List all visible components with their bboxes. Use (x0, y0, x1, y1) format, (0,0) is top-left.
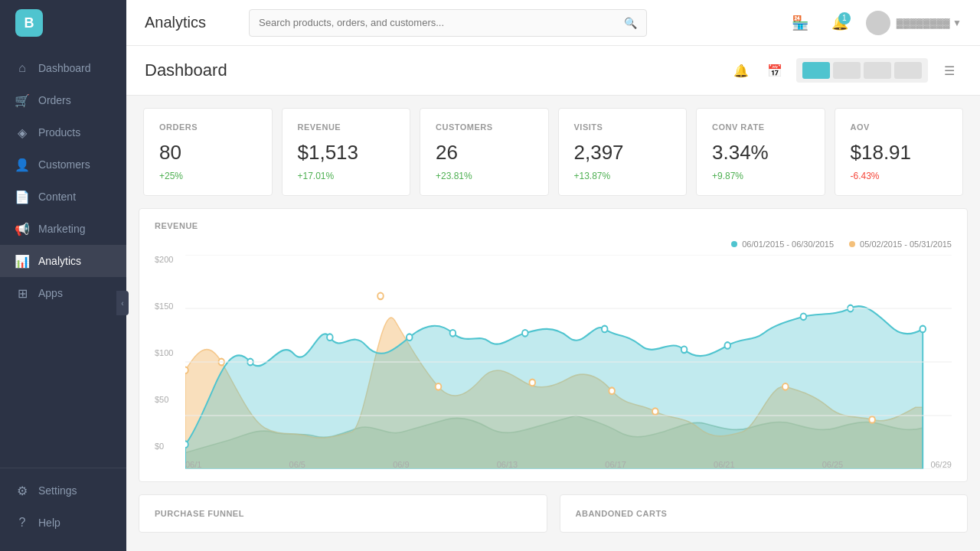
bottom-card-title-purchase-funnel: PURCHASE FUNNEL (155, 509, 531, 518)
settings-icon: ⚙ (15, 484, 29, 497)
xaxis-label: 06/29 (930, 460, 952, 469)
sidebar-item-orders[interactable]: 🛒 Orders (0, 84, 126, 116)
avatar (866, 11, 890, 35)
sidebar-nav: ⌂ Dashboard 🛒 Orders ◈ Products 👤 Custom… (0, 46, 126, 468)
stat-change-visits: +13.87% (574, 171, 671, 181)
marketing-icon: 📢 (15, 222, 29, 236)
sidebar-item-analytics[interactable]: 📊 Analytics (0, 245, 126, 277)
legend-item: 06/01/2015 - 06/30/2015 (731, 240, 834, 249)
stat-label-revenue: REVENUE (298, 122, 395, 132)
customers-icon: 👤 (15, 158, 29, 171)
date-seg-2[interactable] (833, 62, 861, 79)
stat-value-conv_rate: 3.34% (712, 141, 809, 165)
sidebar-bottom: ⚙ Settings ? Help (0, 468, 126, 551)
stat-label-orders: ORDERS (159, 122, 256, 132)
date-seg-4[interactable] (894, 62, 922, 79)
sidebar-label-products: Products (38, 126, 80, 139)
sidebar-item-help[interactable]: ? Help (0, 507, 126, 539)
svg-point-0 (182, 441, 188, 448)
svg-point-7 (681, 347, 688, 354)
stat-label-aov: AOV (851, 122, 948, 132)
svg-point-6 (602, 326, 608, 333)
sidebar-label-settings: Settings (38, 484, 77, 497)
xaxis-label: 06/13 (497, 460, 518, 469)
sidebar-label-help: Help (38, 517, 60, 529)
sidebar-item-content[interactable]: 📄 Content (0, 181, 126, 213)
xaxis-label: 06/1 (185, 460, 201, 469)
sidebar-label-content: Content (38, 191, 76, 203)
stats-row: ORDERS 80 +25% REVENUE $1,513 +17.01% CU… (126, 96, 980, 208)
sidebar-label-customers: Customers (38, 158, 90, 171)
date-range-selector[interactable] (796, 58, 928, 83)
svg-point-14 (377, 293, 384, 300)
logo[interactable]: B (0, 0, 126, 46)
stat-change-conv_rate: +9.87% (712, 171, 809, 181)
yaxis-label: $100 (155, 348, 173, 357)
stat-card-conv_rate: CONV RATE 3.34% +9.87% (696, 108, 825, 196)
sidebar-label-marketing: Marketing (38, 223, 85, 235)
search-input[interactable] (259, 17, 624, 28)
stat-change-revenue: +17.01% (298, 171, 395, 181)
stat-change-aov: -6.43% (851, 171, 948, 181)
notification-badge: 1 (838, 12, 851, 24)
stat-card-customers: CUSTOMERS 26 +23.81% (420, 108, 549, 196)
stat-card-visits: VISITS 2,397 +13.87% (558, 108, 688, 196)
stat-card-revenue: REVENUE $1,513 +17.01% (282, 108, 411, 196)
svg-point-15 (436, 383, 442, 390)
store-icon[interactable]: 🏪 (786, 9, 814, 37)
xaxis-label: 06/17 (605, 460, 626, 469)
date-seg-3[interactable] (864, 62, 891, 79)
svg-point-12 (182, 367, 188, 373)
svg-point-2 (327, 334, 333, 341)
page-title: Analytics (145, 14, 237, 31)
stat-value-customers: 26 (436, 141, 533, 165)
svg-point-9 (801, 313, 807, 320)
stat-value-aov: $18.91 (851, 141, 948, 165)
svg-point-16 (530, 380, 536, 386)
search-bar[interactable]: 🔍 (249, 9, 647, 37)
sidebar-item-customers[interactable]: 👤 Customers (0, 148, 126, 181)
legend-label: 06/01/2015 - 06/30/2015 (742, 240, 834, 249)
revenue-chart-section: REVENUE 06/01/2015 - 06/30/2015 05/02/20… (139, 208, 968, 482)
bottom-card-purchase-funnel: PURCHASE FUNNEL (139, 494, 547, 533)
chart-yaxis: $200$150$100$50$0 (155, 255, 173, 451)
sidebar-item-apps[interactable]: ⊞ Apps (0, 277, 126, 309)
dashboard-icon: ⌂ (15, 61, 29, 75)
svg-point-18 (652, 408, 658, 415)
menu-icon[interactable]: ☰ (937, 58, 962, 83)
chart-legend: 06/01/2015 - 06/30/2015 05/02/2015 - 05/… (155, 240, 952, 249)
yaxis-label: $0 (155, 442, 173, 451)
logo-icon: B (15, 9, 43, 37)
dashboard-actions: 🔔 📅 ☰ (729, 58, 962, 83)
bottom-card-abandoned-carts: ABANDONED CARTS (560, 494, 969, 533)
notifications-button[interactable]: 🔔 1 (826, 9, 854, 37)
header: Analytics 🔍 🏪 🔔 1 ▓▓▓▓▓▓▓▓ ▼ (126, 0, 980, 46)
content-icon: 📄 (15, 190, 29, 204)
yaxis-label: $50 (155, 395, 173, 404)
chart-area: $200$150$100$50$0 (155, 255, 952, 469)
header-actions: 🏪 🔔 1 ▓▓▓▓▓▓▓▓ ▼ (786, 9, 962, 37)
sidebar-item-marketing[interactable]: 📢 Marketing (0, 213, 126, 245)
xaxis-label: 06/21 (714, 460, 735, 469)
sidebar-label-dashboard: Dashboard (38, 62, 91, 74)
help-icon: ? (15, 516, 29, 530)
orders-icon: 🛒 (15, 93, 29, 107)
user-menu-button[interactable]: ▓▓▓▓▓▓▓▓ ▼ (866, 11, 962, 35)
calendar-icon[interactable]: 📅 (763, 58, 787, 83)
svg-point-5 (522, 330, 528, 337)
yaxis-label: $150 (155, 302, 173, 311)
dashboard-title: Dashboard (145, 60, 227, 80)
bell-icon[interactable]: 🔔 (729, 58, 753, 83)
sidebar-item-products[interactable]: ◈ Products (0, 116, 126, 148)
date-seg-1[interactable] (802, 62, 830, 79)
sidebar-label-apps: Apps (38, 287, 63, 299)
sidebar-item-settings[interactable]: ⚙ Settings (0, 474, 126, 507)
svg-point-8 (724, 342, 730, 349)
sidebar-collapse-button[interactable]: ‹ (116, 291, 129, 315)
stat-change-orders: +25% (159, 171, 256, 181)
sidebar-item-dashboard[interactable]: ⌂ Dashboard (0, 52, 126, 84)
stat-value-visits: 2,397 (574, 141, 671, 165)
chart-xaxis: 06/106/506/906/1306/1706/2106/2506/29 (185, 460, 952, 469)
sidebar: B ⌂ Dashboard 🛒 Orders ◈ Products 👤 Cust… (0, 0, 126, 551)
stat-card-aov: AOV $18.91 -6.43% (835, 108, 964, 196)
